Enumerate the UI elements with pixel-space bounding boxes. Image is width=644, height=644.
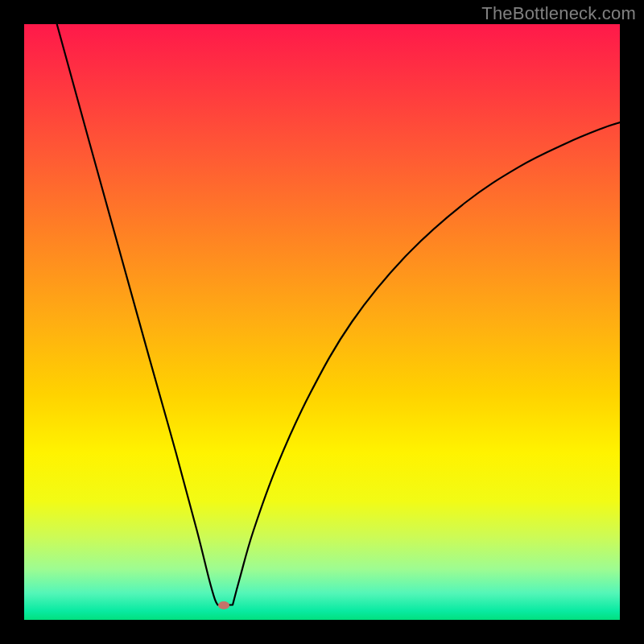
attribution-text: TheBottleneck.com	[481, 3, 636, 24]
chart-frame: TheBottleneck.com	[0, 0, 644, 644]
svg-rect-0	[24, 24, 620, 620]
gradient-background	[24, 24, 620, 620]
optimal-point-marker	[218, 601, 229, 609]
plot-area	[24, 24, 620, 620]
